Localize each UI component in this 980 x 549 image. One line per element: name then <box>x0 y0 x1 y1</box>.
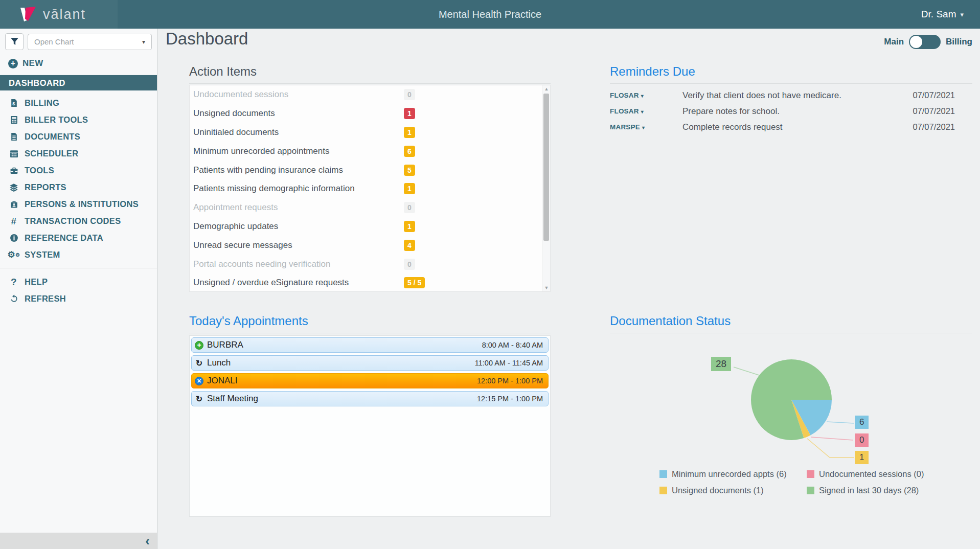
filter-icon <box>10 37 19 46</box>
reminder-patient-dropdown[interactable]: FLOSAR ▾ <box>610 107 682 115</box>
action-item-label: Uninitialed documents <box>193 127 404 138</box>
legend-item: Undocumented sessions (0) <box>807 469 924 479</box>
main-billing-toggle: Main Billing <box>884 35 972 49</box>
appointments-section: Today's Appointments +BURBRA8:00 AM - 8:… <box>189 314 551 517</box>
sidebar-item-system[interactable]: ⚙⚙SYSTEM <box>0 246 157 263</box>
action-item-row[interactable]: Appointment requests0 <box>190 198 550 217</box>
appointment-row[interactable]: +BURBRA8:00 AM - 8:40 AM <box>191 337 549 353</box>
pie-callout-line <box>811 437 853 440</box>
action-item-count-badge: 4 <box>404 240 415 251</box>
action-item-row[interactable]: Unsigned documents1 <box>190 104 550 123</box>
scrollbar-thumb[interactable] <box>543 94 549 241</box>
action-item-count-badge: 0 <box>404 202 415 213</box>
sidebar-item-transaction-codes[interactable]: #TRANSACTION CODES <box>0 213 157 230</box>
pie-callout-value: 1 <box>855 451 869 464</box>
appointment-time: 11:00 AM - 11:45 AM <box>475 359 543 367</box>
sidebar-item-dashboard[interactable]: DASHBOARD <box>0 75 157 90</box>
action-item-row[interactable]: Unread secure messages4 <box>190 236 550 255</box>
documentation-status-title[interactable]: Documentation Status <box>610 314 972 333</box>
main-content: Dashboard Main Billing Action Items Undo… <box>157 29 980 549</box>
recurrence-icon: ↻ <box>195 359 203 368</box>
hash-icon: # <box>8 216 19 227</box>
action-item-count-badge: 0 <box>404 259 415 270</box>
open-chart-select[interactable]: Open Chart ▾ <box>28 34 152 50</box>
filter-button[interactable] <box>5 33 24 50</box>
appointment-label: BURBRA <box>207 340 243 350</box>
legend-label: Undocumented sessions (0) <box>819 469 924 479</box>
action-item-count-badge: 6 <box>404 146 415 157</box>
user-menu[interactable]: Dr. Sam ▾ <box>921 0 964 29</box>
action-item-row[interactable]: Minimum unrecorded appointments6 <box>190 142 550 161</box>
scrollbar: ▲ ▼ <box>542 85 550 291</box>
recurrence-icon: ↻ <box>195 395 203 403</box>
legend-label: Minimum unrecorded appts (6) <box>672 469 787 479</box>
action-items-title: Action Items <box>189 64 551 84</box>
appointment-time: 12:15 PM - 1:00 PM <box>477 395 543 403</box>
action-item-count-badge: 1 <box>404 127 415 138</box>
scheduler-icon <box>8 149 19 158</box>
action-item-row[interactable]: Demographic updates1 <box>190 217 550 236</box>
reminder-patient-dropdown[interactable]: FLOSAR ▾ <box>610 92 682 99</box>
action-item-row[interactable]: Undocumented sessions0 <box>190 85 550 104</box>
legend-swatch-icon <box>659 487 667 494</box>
sidebar-item-scheduler[interactable]: SCHEDULER <box>0 145 157 162</box>
chevron-down-icon: ▾ <box>142 38 145 45</box>
appointment-row[interactable]: ↻Lunch11:00 AM - 11:45 AM <box>191 355 549 371</box>
action-item-row[interactable]: Unsigned / overdue eSignature requests5 … <box>190 273 550 292</box>
help-icon: ? <box>8 277 19 288</box>
appointments-title[interactable]: Today's Appointments <box>189 314 551 333</box>
action-item-count-badge: 5 / 5 <box>404 277 425 288</box>
sidebar-item-label: DOCUMENTS <box>25 132 80 142</box>
pie-callout-value: 28 <box>711 357 731 371</box>
sidebar-item-billing[interactable]: $BILLING <box>0 95 157 111</box>
sidebar-footer-bar: ‹ <box>0 533 157 549</box>
sidebar-item-tools[interactable]: TOOLS <box>0 162 157 179</box>
legend-label: Unsigned documents (1) <box>672 486 764 495</box>
toggle-switch[interactable] <box>909 35 941 49</box>
action-item-row[interactable]: Uninitialed documents1 <box>190 123 550 142</box>
sidebar-item-persons-institutions[interactable]: PERSONS & INSTITUTIONS <box>0 196 157 213</box>
reminder-date: 07/07/2021 <box>894 90 972 100</box>
documents-icon <box>8 132 19 141</box>
sidebar-item-label: SYSTEM <box>25 250 60 260</box>
appointment-row[interactable]: ×JONALI12:00 PM - 1:00 PM <box>191 373 549 388</box>
sidebar-item-reports[interactable]: REPORTS <box>0 179 157 196</box>
sidebar-item-biller-tools[interactable]: BILLER TOOLS <box>0 111 157 128</box>
sidebar-divider <box>0 268 157 268</box>
reminder-text: Complete records request <box>682 122 894 132</box>
sidebar-item-help[interactable]: ?HELP <box>0 273 157 290</box>
action-item-label: Unsigned documents <box>193 108 404 119</box>
plus-circle-icon: + <box>8 59 18 68</box>
pie-callout-line <box>807 439 854 458</box>
toggle-label-main[interactable]: Main <box>884 37 904 47</box>
scroll-up-icon[interactable]: ▲ <box>542 85 551 93</box>
reminders-title[interactable]: Reminders Due <box>610 64 972 84</box>
legend-item: Unsigned documents (1) <box>659 486 807 495</box>
action-item-row[interactable]: Portal accounts needing verification0 <box>190 255 550 273</box>
collapse-sidebar-icon[interactable]: ‹ <box>145 536 150 546</box>
action-item-count-badge: 1 <box>404 221 415 232</box>
sidebar: Open Chart ▾ + NEW DASHBOARD $BILLINGBIL… <box>0 29 157 549</box>
new-label: NEW <box>22 58 43 68</box>
action-item-row[interactable]: Patients with pending insurance claims5 <box>190 161 550 179</box>
action-item-count-badge: 0 <box>404 89 415 100</box>
action-item-label: Unsigned / overdue eSignature requests <box>193 278 404 288</box>
action-item-row[interactable]: Patients missing demographic information… <box>190 179 550 198</box>
appointment-row[interactable]: ↻Staff Meeting12:15 PM - 1:00 PM <box>191 391 549 406</box>
sidebar-item-refresh[interactable]: REFRESH <box>0 290 157 307</box>
new-button[interactable]: + NEW <box>0 53 157 75</box>
legend-swatch-icon <box>807 470 814 478</box>
scroll-down-icon[interactable]: ▼ <box>542 284 551 291</box>
open-chart-placeholder: Open Chart <box>34 37 74 46</box>
practice-title: Mental Health Practice <box>0 9 980 20</box>
legend-swatch-icon <box>659 470 667 478</box>
action-item-label: Patients missing demographic information <box>193 184 404 194</box>
sidebar-item-reference-data[interactable]: REFERENCE DATA <box>0 230 157 246</box>
sidebar-item-label: BILLER TOOLS <box>25 115 88 125</box>
sidebar-item-documents[interactable]: DOCUMENTS <box>0 128 157 145</box>
reminder-patient-dropdown[interactable]: MARSPE ▾ <box>610 123 682 131</box>
action-item-label: Portal accounts needing verification <box>193 259 404 269</box>
chart-legend: Minimum unrecorded appts (6)Undocumented… <box>659 469 924 495</box>
action-item-count-badge: 5 <box>404 165 415 176</box>
toggle-label-billing[interactable]: Billing <box>946 37 972 47</box>
